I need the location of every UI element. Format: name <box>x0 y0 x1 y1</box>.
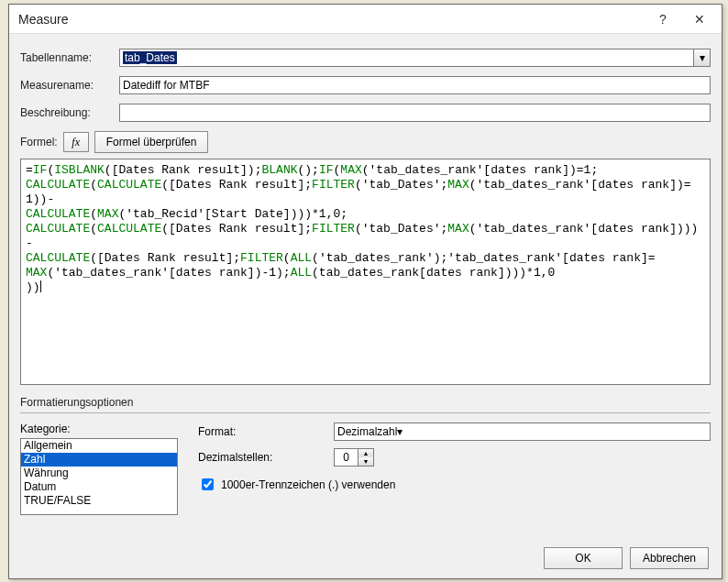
dialog-title: Measure <box>18 12 645 27</box>
tabellenname-value: tab_Dates <box>123 51 177 64</box>
label-format-options: Formatierungsoptionen <box>20 396 711 409</box>
label-formel: Formel: <box>20 136 58 148</box>
kategorie-list[interactable]: AllgemeinZahlWährungDatumTRUE/FALSE <box>20 438 178 515</box>
close-button[interactable]: ✕ <box>681 6 718 32</box>
divider <box>20 412 711 413</box>
chevron-down-icon[interactable]: ▾ <box>397 425 403 438</box>
label-thousand-sep: 1000er-Trennzeichen (.) verwenden <box>221 478 395 491</box>
label-kategorie: Kategorie: <box>20 423 178 435</box>
fx-button[interactable]: fx <box>63 132 89 152</box>
format-combo[interactable]: Dezimalzahl ▾ <box>334 423 711 441</box>
list-item[interactable]: Allgemein <box>21 439 177 453</box>
label-format: Format: <box>198 425 334 438</box>
formel-pruefen-button[interactable]: Formel überprüfen <box>94 131 209 153</box>
label-measurename: Measurename: <box>20 79 119 92</box>
thousand-sep-checkbox[interactable] <box>202 478 214 490</box>
decimals-spinner[interactable]: ▲ ▼ <box>334 448 374 467</box>
measure-dialog: Measure ? ✕ Tabellenname: tab_Dates ▾ Me… <box>8 4 722 579</box>
label-beschreibung: Beschreibung: <box>20 106 119 119</box>
spinner-down-icon[interactable]: ▼ <box>358 457 373 466</box>
list-item[interactable]: Datum <box>21 480 177 494</box>
ok-button[interactable]: OK <box>544 547 623 569</box>
decimals-input[interactable] <box>334 448 358 467</box>
chevron-down-icon[interactable]: ▾ <box>693 49 710 66</box>
cancel-button[interactable]: Abbrechen <box>630 547 709 569</box>
help-button[interactable]: ? <box>645 6 681 32</box>
spinner-up-icon[interactable]: ▲ <box>358 449 373 457</box>
close-icon: ✕ <box>694 12 705 27</box>
label-dezimalstellen: Dezimalstellen: <box>198 451 334 464</box>
formula-textarea[interactable]: =IF(ISBLANK([Dates Rank result]);BLANK()… <box>20 159 711 385</box>
measurename-input[interactable] <box>119 76 711 94</box>
list-item[interactable]: Zahl <box>21 453 177 467</box>
titlebar[interactable]: Measure ? ✕ <box>9 5 722 34</box>
list-item[interactable]: Währung <box>21 467 177 480</box>
format-value: Dezimalzahl <box>337 425 397 438</box>
list-item[interactable]: TRUE/FALSE <box>21 494 177 508</box>
label-tabellenname: Tabellenname: <box>20 51 119 64</box>
tabellenname-combo[interactable]: tab_Dates ▾ <box>119 49 711 67</box>
beschreibung-input[interactable] <box>119 104 711 122</box>
